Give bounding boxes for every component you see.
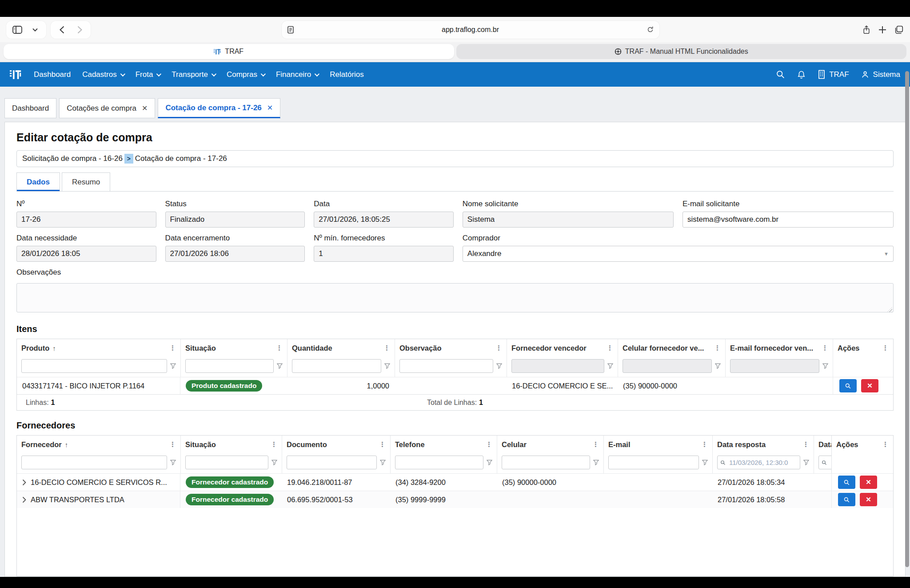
filter-funnel-icon[interactable]	[271, 460, 277, 465]
back-icon[interactable]	[55, 23, 68, 36]
new-tab-icon[interactable]	[878, 25, 887, 34]
column-menu-icon[interactable]: ⋮	[383, 344, 390, 352]
column-menu-icon[interactable]: ⋮	[169, 440, 176, 448]
sidebar-chevron-down-icon[interactable]	[28, 23, 42, 36]
url-text[interactable]: app.traflog.com.br	[294, 26, 647, 34]
nav-compras[interactable]: Compras	[227, 70, 264, 79]
filter-funnel-icon[interactable]	[607, 363, 613, 369]
col-quantidade[interactable]: Quantidade⋮	[287, 339, 395, 357]
col-fornecedor[interactable]: Fornecedor↑⋮	[17, 436, 180, 453]
workspace-tab-dashboard[interactable]: Dashboard	[4, 98, 56, 118]
filter-funnel-icon[interactable]	[822, 363, 828, 369]
column-menu-icon[interactable]: ⋮	[882, 344, 889, 352]
expand-row-icon[interactable]	[22, 496, 26, 503]
col-email-fornecedor[interactable]: E-mail fornecedor ven...⋮	[725, 339, 833, 357]
col-celular-fornecedor[interactable]: Celular fornecedor ve...⋮	[618, 339, 725, 357]
observacoes-textarea[interactable]	[16, 283, 894, 312]
sidebar-toggle-icon[interactable]	[11, 23, 24, 36]
company-switcher[interactable]: TRAF	[818, 70, 849, 79]
filter-situacao-input[interactable]	[185, 359, 274, 373]
column-menu-icon[interactable]: ⋮	[822, 344, 828, 352]
scrollbar[interactable]	[905, 66, 909, 573]
filter-funnel-icon[interactable]	[384, 363, 390, 369]
nav-cadastros[interactable]: Cadastros	[82, 70, 124, 79]
comprador-select[interactable]: Alexandre ▼	[463, 246, 894, 262]
close-icon[interactable]: ✕	[142, 104, 148, 112]
filter-funnel-icon[interactable]	[380, 460, 386, 465]
scrollbar-thumb[interactable]	[905, 71, 909, 567]
itens-row-1[interactable]: 0433171741 - BICO INJETOR P.1164 Produto…	[17, 377, 893, 394]
view-fornecedor-button[interactable]	[838, 493, 855, 506]
fornecedores-row-1[interactable]: 16-DECIO COMERCIO E SERVICOS R... Fornec…	[17, 473, 893, 491]
filter-situacao-input[interactable]	[185, 456, 268, 469]
share-icon[interactable]	[862, 24, 871, 35]
col-fornecedor-vencedor[interactable]: Fornecedor vencedor⋮	[507, 339, 618, 357]
workspace-tab-cotacao-17-26[interactable]: Cotação de compra - 17-26 ✕	[158, 98, 280, 118]
filter-funnel-icon[interactable]	[277, 363, 283, 369]
tab-resumo[interactable]: Resumo	[62, 172, 110, 191]
notifications-bell-icon[interactable]	[797, 70, 806, 80]
email-solicitante-input[interactable]	[682, 212, 894, 228]
nav-financeiro[interactable]: Financeiro	[276, 70, 318, 79]
workspace-tab-cotacoes[interactable]: Cotações de compra ✕	[59, 98, 155, 118]
delete-fornecedor-button[interactable]: ✕	[860, 476, 877, 489]
filter-funnel-icon[interactable]	[170, 460, 176, 465]
filter-funnel-icon[interactable]	[593, 460, 599, 465]
column-menu-icon[interactable]: ⋮	[276, 344, 283, 352]
breadcrumb-item-solicitacao[interactable]: Solicitação de compra - 16-26	[22, 154, 123, 163]
fornecedores-row-2[interactable]: ABW TRANSPORTES LTDA Fornecedor cadastra…	[17, 491, 893, 508]
filter-observacao-input[interactable]	[399, 359, 493, 373]
forward-icon[interactable]	[73, 23, 86, 36]
col-situacao[interactable]: Situação⋮	[180, 339, 287, 357]
filter-email-input[interactable]	[608, 456, 699, 469]
address-bar[interactable]: app.traflog.com.br	[282, 21, 659, 39]
filter-data-resposta-input[interactable]	[717, 456, 800, 469]
filter-funnel-icon[interactable]	[702, 460, 708, 465]
filter-funnel-icon[interactable]	[715, 363, 721, 369]
column-menu-icon[interactable]: ⋮	[169, 344, 176, 352]
column-menu-icon[interactable]: ⋮	[607, 344, 613, 352]
page-settings-icon[interactable]	[287, 26, 294, 34]
filter-fornecedor-input[interactable]	[21, 456, 167, 469]
filter-quantidade-input[interactable]	[292, 359, 381, 373]
breadcrumb-item-cotacao[interactable]: Cotação de compra - 17-26	[135, 154, 227, 163]
tab-dados[interactable]: Dados	[16, 172, 60, 191]
col-telefone[interactable]: Telefone⋮	[390, 436, 497, 453]
browser-tab-manual[interactable]: TRAF - Manual HTML Funcionalidades	[456, 44, 907, 59]
view-item-button[interactable]	[839, 379, 857, 392]
search-icon[interactable]	[776, 70, 785, 79]
filter-produto-input[interactable]	[21, 359, 167, 373]
filter-celular-input[interactable]	[502, 456, 590, 469]
column-menu-icon[interactable]: ⋮	[714, 344, 721, 352]
tab-overview-icon[interactable]	[894, 25, 904, 35]
view-fornecedor-button[interactable]	[838, 476, 855, 489]
col-data-truncated[interactable]: Data	[814, 436, 831, 453]
nav-dashboard[interactable]: Dashboard	[34, 70, 71, 79]
col-email[interactable]: E-mail⋮	[603, 436, 712, 453]
column-menu-icon[interactable]: ⋮	[271, 440, 277, 448]
col-celular[interactable]: Celular⋮	[497, 436, 603, 453]
expand-row-icon[interactable]	[22, 479, 26, 486]
filter-funnel-icon[interactable]	[803, 460, 809, 465]
col-data-resposta[interactable]: Data resposta⋮	[712, 436, 814, 453]
user-menu[interactable]: Sistema	[861, 70, 900, 79]
close-icon[interactable]: ✕	[267, 104, 273, 112]
filter-funnel-icon[interactable]	[496, 363, 502, 369]
column-menu-icon[interactable]: ⋮	[486, 440, 492, 448]
filter-telefone-input[interactable]	[395, 456, 483, 469]
nav-transporte[interactable]: Transporte	[172, 70, 215, 79]
column-menu-icon[interactable]: ⋮	[379, 440, 386, 448]
nav-relatorios[interactable]: Relatórios	[330, 70, 364, 79]
column-menu-icon[interactable]: ⋮	[495, 344, 502, 352]
delete-item-button[interactable]: ✕	[861, 379, 878, 392]
column-menu-icon[interactable]: ⋮	[592, 440, 599, 448]
filter-documento-input[interactable]	[287, 456, 377, 469]
column-menu-icon[interactable]: ⋮	[882, 440, 889, 448]
col-situacao[interactable]: Situação⋮	[180, 436, 282, 453]
column-menu-icon[interactable]: ⋮	[802, 440, 809, 448]
column-menu-icon[interactable]: ⋮	[701, 440, 708, 448]
delete-fornecedor-button[interactable]: ✕	[860, 493, 877, 506]
col-produto[interactable]: Produto↑⋮	[17, 339, 180, 357]
filter-funnel-icon[interactable]	[487, 460, 492, 465]
col-documento[interactable]: Documento⋮	[282, 436, 390, 453]
